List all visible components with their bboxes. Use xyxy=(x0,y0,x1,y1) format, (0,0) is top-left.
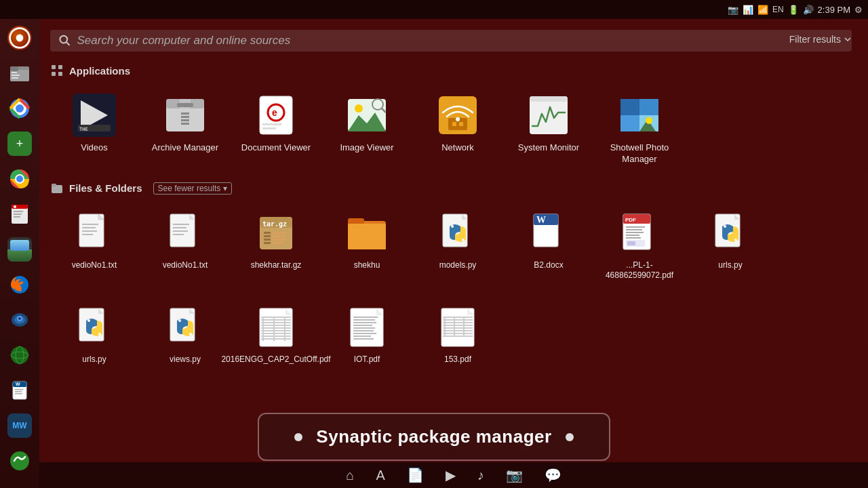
svg-point-59 xyxy=(355,104,363,113)
sidebar-item-scanner[interactable] xyxy=(3,304,36,336)
svg-rect-37 xyxy=(52,65,56,69)
svg-point-35 xyxy=(60,36,67,43)
svg-line-36 xyxy=(66,42,69,45)
taskbar-message-icon[interactable]: 💬 xyxy=(545,467,561,483)
svg-rect-121 xyxy=(626,232,644,233)
svg-text:PDF: PDF xyxy=(625,217,636,223)
app-archive-manager[interactable]: Archive Manager xyxy=(141,87,229,172)
file-iot-pdf[interactable]: IOT.pdf xyxy=(323,299,411,372)
taskbar-font-icon[interactable]: A xyxy=(376,468,384,483)
unity-icon xyxy=(7,26,32,50)
pdf-doc-icon xyxy=(345,306,389,349)
svg-rect-52 xyxy=(181,123,189,125)
top-bar: 📷 📊 📶 EN 🔋 🔊 2:39 PM ⚙ xyxy=(0,0,868,19)
folder-icon xyxy=(345,211,389,255)
libreoffice-icon: W xyxy=(7,378,32,403)
file-vedio2-label: vedioNo1.txt xyxy=(163,260,208,271)
app-shotwell[interactable]: Shotwell Photo Manager xyxy=(595,87,684,172)
file-153-pdf[interactable]: 153.pdf xyxy=(414,299,502,372)
svg-rect-72 xyxy=(639,99,658,115)
taskbar-music-icon[interactable]: ♪ xyxy=(477,468,484,483)
file-2016-pdf[interactable]: 2016ENGG_CAP2_CutOff.pdf xyxy=(232,299,320,372)
sidebar-item-chrome[interactable] xyxy=(3,163,36,195)
svg-rect-99 xyxy=(272,232,287,234)
taskbar-camera-icon[interactable]: 📷 xyxy=(506,467,523,483)
svg-rect-156 xyxy=(353,322,376,323)
sidebar-item-myapp[interactable]: MW xyxy=(3,409,36,442)
sidebar-item-firefox[interactable] xyxy=(3,268,36,301)
search-input[interactable] xyxy=(77,34,844,47)
svg-rect-98 xyxy=(264,242,271,244)
file-tar-label: shekhar.tar.gz xyxy=(251,260,302,271)
svg-rect-101 xyxy=(272,239,287,241)
file-vedio1-label: vedioNo1.txt xyxy=(72,260,117,271)
svg-rect-143 xyxy=(261,325,291,326)
svg-rect-6 xyxy=(12,75,20,76)
taskbar-file-icon[interactable]: 📄 xyxy=(407,467,424,483)
svg-rect-84 xyxy=(82,230,97,232)
power-icon[interactable]: ⚙ xyxy=(854,5,863,15)
text-file2-icon xyxy=(163,211,207,255)
sidebar-item-chromium[interactable] xyxy=(3,92,36,125)
svg-rect-38 xyxy=(58,65,62,69)
file-pl1-label: ...PL-1-468862599072.pdf xyxy=(599,260,679,281)
file-shekhar-tar[interactable]: tar.gz shekhar.tar.gz xyxy=(232,205,320,288)
file-models-py[interactable]: models.py xyxy=(414,205,502,288)
sidebar-item-terminal[interactable] xyxy=(3,445,36,477)
sidebar-item-dash[interactable] xyxy=(3,22,36,54)
svg-rect-57 xyxy=(262,127,276,129)
videos-icon: THE xyxy=(73,94,116,137)
svg-rect-96 xyxy=(264,235,271,237)
banner-dot-right xyxy=(566,433,574,441)
sidebar-item-photos[interactable] xyxy=(3,233,36,266)
file-views-py[interactable]: views.py xyxy=(141,299,229,372)
svg-rect-141 xyxy=(261,319,291,321)
svg-point-132 xyxy=(87,319,90,322)
terminal-icon xyxy=(7,449,32,473)
taskbar-play-icon[interactable]: ▶ xyxy=(446,467,456,483)
file-b2-docx[interactable]: W B2.docx xyxy=(505,205,593,288)
svg-rect-65 xyxy=(452,122,456,126)
sidebar-item-libreoffice[interactable]: W xyxy=(3,374,36,407)
network-icon xyxy=(436,94,479,137)
app-network[interactable]: Network xyxy=(414,87,502,172)
svg-rect-142 xyxy=(261,322,291,323)
sidebar-item-apt[interactable]: + xyxy=(3,127,36,160)
svg-rect-158 xyxy=(353,327,375,329)
svg-point-129 xyxy=(734,239,737,241)
app-videos[interactable]: THE Videos xyxy=(50,87,138,172)
pdf-table2-icon xyxy=(436,306,479,349)
file-vedio1-txt[interactable]: vedioNo1.txt xyxy=(50,205,138,288)
app-image-viewer[interactable]: Image Viewer xyxy=(323,87,411,172)
text-file-icon xyxy=(73,211,116,255)
file-shekhu-folder[interactable]: shekhu xyxy=(323,205,411,288)
see-fewer-button[interactable]: See fewer results ▾ xyxy=(153,182,232,195)
taskbar-home-icon[interactable]: ⌂ xyxy=(346,468,354,483)
battery-icon: 🔋 xyxy=(788,5,799,15)
file-urls-py-2[interactable]: urls.py xyxy=(50,299,138,372)
files-folders-section-header: Files & Folders See fewer results ▾ xyxy=(39,178,868,199)
app-videos-label: Videos xyxy=(81,142,108,154)
file-urls-py-1[interactable]: urls.py xyxy=(686,205,774,288)
app-system-monitor[interactable]: System Monitor xyxy=(505,87,593,172)
tar-file-icon: tar.gz xyxy=(254,211,298,255)
svg-rect-140 xyxy=(261,317,291,318)
sidebar-item-gedit[interactable] xyxy=(3,198,36,230)
svg-rect-66 xyxy=(459,122,463,126)
file-vedio2-txt[interactable]: vedioNo1.txt xyxy=(141,205,229,288)
app-document-viewer[interactable]: e Document Viewer xyxy=(232,87,320,172)
svg-rect-71 xyxy=(620,99,639,115)
files-row-1: vedioNo1.txt vedioNo1.txt tar.gz xyxy=(39,199,868,293)
svg-rect-167 xyxy=(443,322,473,323)
svg-rect-90 xyxy=(173,230,188,232)
svg-rect-151 xyxy=(284,317,285,341)
applications-grid: THE Videos Archive Manager e xyxy=(39,81,868,178)
sidebar-item-network-manager[interactable] xyxy=(3,339,36,371)
file-pl1-pdf[interactable]: PDF ...PL-1-468862599072.pdf xyxy=(595,205,684,288)
svg-rect-150 xyxy=(273,317,275,341)
applications-label: Applications xyxy=(69,65,130,77)
svg-rect-56 xyxy=(262,123,281,125)
filter-results-button[interactable]: Filter results xyxy=(789,34,852,45)
sidebar-item-files[interactable] xyxy=(3,57,36,89)
svg-point-1 xyxy=(16,35,24,42)
